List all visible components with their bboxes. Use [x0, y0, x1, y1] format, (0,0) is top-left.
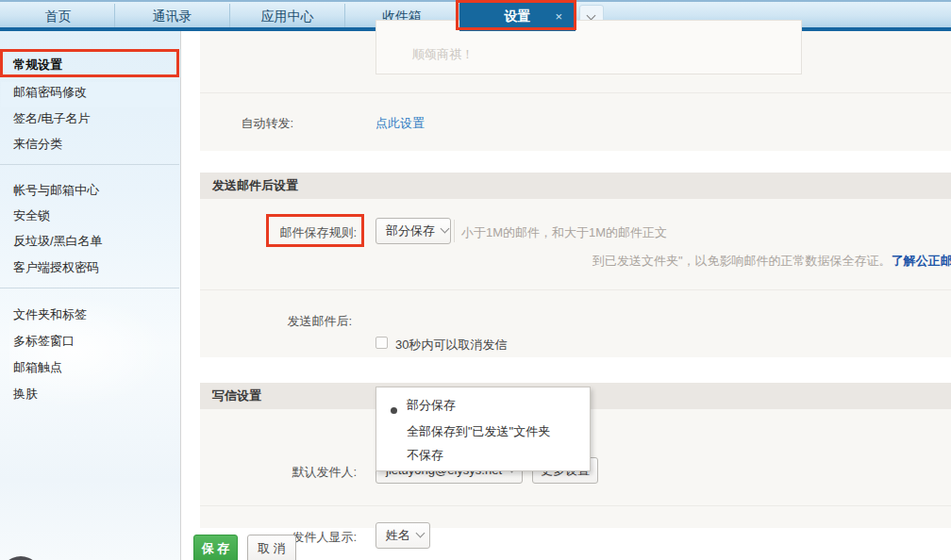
default-sender-label: 默认发件人:: [200, 464, 357, 481]
chevron-down-icon: [416, 529, 425, 538]
sidebar-item-folders-tags[interactable]: 文件夹和标签: [13, 306, 87, 323]
sidebar-item-general-settings[interactable]: 常规设置: [13, 57, 62, 74]
autoforward-setup-link[interactable]: 点此设置: [375, 115, 425, 132]
sidebar-item-client-auth-password[interactable]: 客户端授权密码: [13, 259, 99, 276]
tab-settings-label: 设置: [505, 8, 531, 24]
save-rule-note-line2: 到已发送文件夹"，以免影响邮件的正常数据保全存证。了解公正邮: [592, 253, 951, 270]
sidebar-divider: [0, 288, 179, 288]
dropdown-option-partial-save[interactable]: 部分保存: [376, 392, 590, 419]
tab-apps[interactable]: 应用中心: [230, 4, 345, 29]
divider: [200, 289, 951, 290]
sidebar-item-antispam-lists[interactable]: 反垃圾/黑白名单: [13, 233, 103, 250]
sidebar-item-account-center[interactable]: 帐号与邮箱中心: [13, 182, 99, 199]
sidebar-item-multitab-window[interactable]: 多标签窗口: [13, 333, 75, 350]
sidebar-item-security-lock[interactable]: 安全锁: [13, 207, 50, 224]
divider: [200, 505, 951, 506]
cancel-send-checkbox[interactable]: [375, 337, 388, 349]
chevron-down-icon: [587, 11, 596, 21]
sender-display-value: 姓名: [386, 528, 410, 542]
section-after-send: 发送邮件后设置 邮件保存规则: 部分保存 小于1M的邮件，和大于1M的邮件正文 …: [200, 173, 951, 357]
tab-home[interactable]: 首页: [2, 4, 115, 29]
cancel-send-checkbox-label: 30秒内可以取消发信: [395, 337, 507, 354]
signature-preview-box[interactable]: 顺颂商祺！: [375, 20, 802, 74]
divider: [454, 220, 455, 242]
save-rule-select[interactable]: 部分保存: [375, 218, 451, 244]
sidebar-divider: [0, 164, 179, 165]
cancel-button[interactable]: 取 消: [247, 535, 296, 560]
autoforward-label: 自动转发:: [231, 115, 293, 132]
sidebar-item-mail-touchpoint[interactable]: 邮箱触点: [13, 359, 62, 376]
settings-main-panel: 顺颂商祺！ 自动转发: 点此设置 发送邮件后设置 邮件保存规则: 部分保存 小于…: [200, 31, 951, 560]
webmail-settings-screen: 首页 通讯录 应用中心 收件箱 设置 × 常规设置 邮箱密码修改 签名/电子名片…: [0, 0, 951, 560]
signature-placeholder-text: 顺颂商祺！: [412, 46, 474, 63]
save-button[interactable]: 保 存: [193, 535, 238, 560]
save-rule-value: 部分保存: [386, 223, 435, 238]
chevron-down-icon: [441, 224, 450, 234]
sidebar-item-password-change[interactable]: 邮箱密码修改: [13, 84, 87, 101]
tab-contacts[interactable]: 通讯录: [115, 4, 230, 29]
app-grid-icon[interactable]: [0, 556, 42, 560]
save-rule-label: 邮件保存规则:: [200, 224, 357, 241]
after-send-label: 发送邮件后:: [200, 313, 352, 330]
sidebar-item-change-skin[interactable]: 换肤: [13, 386, 38, 403]
sender-display-select[interactable]: 姓名: [375, 522, 430, 549]
dropdown-option-no-save[interactable]: 不保存: [376, 442, 590, 469]
after-send-section-title: 发送邮件后设置: [200, 173, 951, 199]
notary-mail-link[interactable]: 了解公正邮: [892, 254, 951, 268]
save-rule-note-line1: 小于1M的邮件，和大于1M的邮件正文: [461, 224, 667, 241]
dropdown-option-save-all[interactable]: 全部保存到"已发送"文件夹: [376, 419, 590, 445]
save-rule-dropdown-panel: 部分保存 全部保存到"已发送"文件夹 不保存: [375, 387, 591, 471]
sidebar-item-incoming-rules[interactable]: 来信分类: [13, 136, 62, 153]
tab-settings[interactable]: 设置 ×: [459, 2, 576, 31]
section-signature-autoforward: 顺颂商祺！ 自动转发: 点此设置: [200, 31, 951, 151]
radio-selected-icon: [391, 407, 397, 414]
close-icon[interactable]: ×: [555, 2, 562, 31]
sidebar-item-signature-card[interactable]: 签名/电子名片: [13, 110, 91, 127]
tab-bar: 首页 通讯录 应用中心 收件箱 设置 ×: [0, 0, 951, 27]
divider: [200, 92, 951, 93]
settings-sidebar: 常规设置 邮箱密码修改 签名/电子名片 来信分类 帐号与邮箱中心 安全锁 反垃圾…: [0, 31, 181, 560]
